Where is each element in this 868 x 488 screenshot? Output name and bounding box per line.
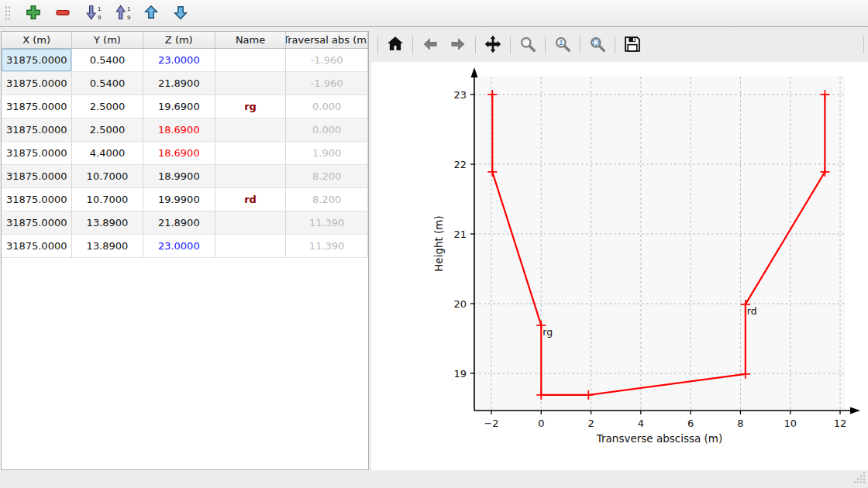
cell-y[interactable]: 13.8900: [72, 211, 143, 235]
plot-pan-button[interactable]: [482, 34, 504, 56]
column-header-traversal-abs: Traversal abs (m): [286, 32, 368, 48]
remove-point-button[interactable]: [53, 3, 73, 23]
table-row: 31875.0000 10.7000 19.9900 rd 8.200: [2, 188, 368, 211]
cell-x[interactable]: 31875.0000: [2, 119, 72, 142]
column-header-name: Name: [215, 32, 286, 48]
cell-z[interactable]: 23.0000: [143, 49, 215, 72]
cell-x[interactable]: 31875.0000: [2, 211, 72, 235]
cell-traversal-abs[interactable]: 11.390: [286, 211, 368, 235]
table-row: 31875.0000 10.7000 18.9900 8.200: [2, 165, 368, 188]
cell-name[interactable]: [215, 165, 286, 188]
svg-text:4: 4: [638, 418, 644, 429]
plot-zoom-selection-button[interactable]: [587, 34, 608, 56]
cell-x[interactable]: 31875.0000: [2, 188, 72, 211]
cell-traversal-abs[interactable]: 11.390: [286, 235, 368, 258]
table-row: 31875.0000 13.8900 21.8900 11.390: [2, 211, 368, 235]
plot-canvas[interactable]: −20246810121920212223rgrdTransverse absc…: [371, 62, 868, 470]
cell-traversal-abs[interactable]: -1.960: [286, 49, 368, 72]
cell-x[interactable]: 31875.0000: [2, 235, 72, 258]
svg-text:22: 22: [453, 159, 467, 170]
cell-x[interactable]: 31875.0000: [2, 49, 72, 72]
table-row: 31875.0000 4.4000 18.6900 1.900: [2, 142, 368, 165]
cell-traversal-abs[interactable]: 0.000: [286, 119, 368, 142]
sort-descending-button[interactable]: 1 9: [82, 3, 102, 23]
svg-text:8: 8: [737, 418, 743, 429]
cell-y[interactable]: 10.7000: [72, 165, 143, 188]
toolbar-separator: [545, 36, 546, 53]
cell-traversal-abs[interactable]: 1.900: [286, 142, 368, 165]
toolbar-separator: [615, 36, 615, 53]
toolbar-separator: [863, 36, 864, 53]
cell-name[interactable]: [215, 72, 286, 95]
cell-traversal-abs[interactable]: 8.200: [286, 188, 368, 211]
plot-svg: −20246810121920212223rgrdTransverse absc…: [371, 62, 868, 470]
cell-name[interactable]: [215, 119, 286, 142]
cell-name[interactable]: rg: [215, 95, 286, 119]
cell-name[interactable]: [215, 49, 286, 72]
move-point-up-button[interactable]: [141, 3, 161, 23]
cell-x[interactable]: 31875.0000: [2, 165, 72, 188]
cell-traversal-abs[interactable]: 0.000: [286, 95, 368, 119]
pan-move-icon: [483, 34, 503, 57]
table-row: 31875.0000 13.8900 23.0000 11.390: [2, 235, 368, 258]
svg-text:rd: rd: [747, 305, 757, 317]
cell-name[interactable]: [215, 211, 286, 235]
column-header-x: X (m): [2, 32, 72, 48]
plot-zoom-button[interactable]: [517, 34, 539, 56]
cell-z[interactable]: 18.6900: [143, 119, 215, 142]
cell-z[interactable]: 18.9900: [143, 165, 215, 188]
plot-back-button[interactable]: [419, 34, 441, 56]
table-row: 31875.0000 2.5000 19.6900 rg 0.000: [2, 95, 368, 119]
cell-z[interactable]: 18.6900: [143, 142, 215, 165]
plot-home-button[interactable]: [384, 34, 406, 56]
cell-y[interactable]: 0.5400: [72, 72, 143, 95]
svg-text:19: 19: [453, 368, 467, 380]
magnifier-1-icon: 1: [553, 34, 573, 57]
cell-name[interactable]: [215, 235, 286, 258]
svg-text:1: 1: [98, 5, 102, 12]
cell-y[interactable]: 13.8900: [72, 235, 143, 258]
move-point-down-button[interactable]: [170, 3, 191, 23]
add-point-button[interactable]: [23, 3, 43, 23]
svg-text:−2: −2: [484, 418, 498, 429]
cell-name[interactable]: [215, 142, 286, 165]
cell-z[interactable]: 19.6900: [143, 95, 215, 119]
table-row: 31875.0000 0.5400 21.8900 -1.960: [2, 72, 368, 95]
plot-forward-button[interactable]: [447, 34, 469, 56]
svg-text:2: 2: [587, 418, 594, 429]
points-table: X (m) Y (m) Z (m) Name Traversal abs (m)…: [1, 31, 369, 470]
cell-x[interactable]: 31875.0000: [2, 72, 72, 95]
magnifier-icon: [518, 34, 538, 57]
cell-x[interactable]: 31875.0000: [2, 142, 72, 165]
cell-y[interactable]: 0.5400: [72, 49, 143, 72]
svg-text:10: 10: [784, 418, 797, 429]
cell-y[interactable]: 10.7000: [72, 188, 143, 211]
toolbar-separator: [510, 36, 511, 53]
cell-traversal-abs[interactable]: -1.960: [286, 72, 368, 95]
cell-x[interactable]: 31875.0000: [2, 95, 72, 119]
cell-y[interactable]: 2.5000: [72, 119, 143, 142]
plus-icon: [24, 3, 43, 24]
window-resize-grip[interactable]: [854, 472, 866, 486]
cell-traversal-abs[interactable]: 8.200: [286, 165, 368, 188]
toolbar-separator: [475, 36, 476, 53]
floppy-save-icon: [622, 34, 642, 57]
sort-ascending-button[interactable]: 1 9: [112, 3, 132, 23]
svg-text:9: 9: [98, 14, 102, 21]
cell-z[interactable]: 21.8900: [143, 211, 215, 235]
cell-y[interactable]: 4.4000: [72, 142, 143, 165]
cell-z[interactable]: 21.8900: [143, 72, 215, 95]
column-header-z: Z (m): [143, 32, 215, 48]
toolbar-grip-handle[interactable]: [5, 5, 11, 22]
main-toolbar: 1 9 1 9: [0, 0, 868, 27]
plot-zoom-original-button[interactable]: 1: [552, 34, 574, 56]
cell-z[interactable]: 23.0000: [143, 235, 215, 258]
cell-y[interactable]: 2.5000: [72, 95, 143, 119]
cell-z[interactable]: 19.9900: [143, 188, 215, 211]
svg-text:Height (m): Height (m): [432, 215, 445, 272]
cell-name[interactable]: rd: [215, 188, 286, 211]
toolbar-separator: [580, 36, 580, 53]
plot-save-button[interactable]: [622, 34, 643, 56]
svg-text:1: 1: [559, 38, 563, 46]
svg-text:0: 0: [538, 418, 544, 429]
